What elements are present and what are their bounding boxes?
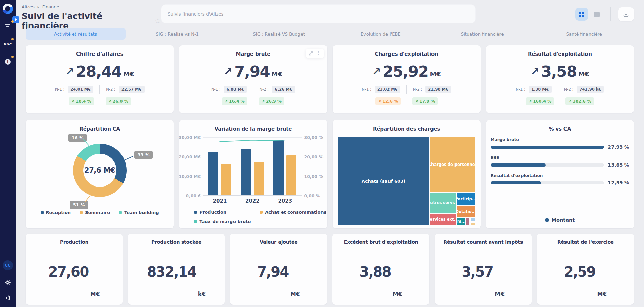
mini-card-resultat-exercice[interactable]: Résultat de l'exercice 2,59M€ <box>537 234 634 305</box>
single-view-button[interactable] <box>590 8 603 21</box>
tile-label: Charges de personnel <box>430 162 475 167</box>
fullscreen-icon[interactable] <box>308 51 313 56</box>
settings-button[interactable] <box>3 279 12 286</box>
pct-bar-track[interactable] <box>491 163 604 167</box>
treemap-tile[interactable] <box>471 218 475 222</box>
legend-item[interactable]: Taux de marge brute <box>194 219 251 224</box>
mini-unit: M€ <box>495 291 505 298</box>
user-avatar[interactable]: CC <box>3 260 13 270</box>
favorite-star-icon[interactable]: ☆ <box>155 17 161 25</box>
delta-badge-n1: ↗12,6 % <box>375 97 401 105</box>
axis-tick: 0,00 € <box>186 193 201 198</box>
axis-tick: 0,00 % <box>304 193 320 198</box>
bar-right-ticks: 30,00 %20,00 %10,00 %0,00 % <box>302 137 323 196</box>
pct-row: EBE13,65 % <box>491 155 629 168</box>
bar-xlabels: 202120222023 <box>203 198 301 204</box>
treemap-tile[interactable]: Particip... <box>457 193 475 206</box>
treemap-tile[interactable] <box>471 222 475 225</box>
trend-up-icon: ↗ <box>65 66 74 77</box>
legend-marker <box>545 218 549 222</box>
legend-item[interactable]: Reception <box>41 210 71 215</box>
delta-badge-n2: ↗26,0 % <box>106 97 131 105</box>
app-logo[interactable] <box>3 4 13 14</box>
card-title: Résultat courant avant impôts <box>435 239 532 245</box>
notification-dot <box>11 20 14 23</box>
treemap-tile[interactable]: Services ext... <box>430 214 456 225</box>
breadcrumb: Alizes ▸ Finance <box>22 4 161 9</box>
card-title: Production <box>26 239 123 245</box>
kpi-unit: M€ <box>123 70 134 78</box>
kpi-card-resultat-exploitation[interactable]: Résultat d'exploitation ↗ 3,58 M€ N-1 : … <box>486 45 634 113</box>
tab-sante-financiere[interactable]: Santé financière <box>534 28 634 40</box>
kpi-card-chiffre-affaires[interactable]: Chiffre d'affaires ↗ 28,44 M€ N-1 : 24,0… <box>26 45 174 113</box>
pct-bar-track[interactable] <box>491 181 604 184</box>
donut-area: 27,6 M€ 16 % 33 % 51 % <box>26 133 174 207</box>
mini-card-resultat-courant[interactable]: Résultat courant avant impôts 3,57M€ <box>435 234 532 305</box>
card-title: Production stockée <box>128 239 225 245</box>
mini-card-valeur-ajoutee[interactable]: Valeur ajoutée 7,94M€ <box>230 234 327 305</box>
grid-view-button[interactable] <box>575 8 588 21</box>
axis-tick: 20,00 % <box>304 154 323 159</box>
treemap-tile[interactable]: Charges de personnel <box>430 137 475 192</box>
download-button[interactable] <box>618 7 634 21</box>
treemap-tile[interactable] <box>465 217 470 225</box>
x-axis-label: 2021 <box>213 198 227 204</box>
legend-item[interactable]: Achat et consommations <box>260 210 326 215</box>
main-content: Alizes ▸ Finance Suivi de l'activité fin… <box>16 0 644 307</box>
gear-icon <box>5 280 11 285</box>
mini-card-production-stockee[interactable]: Production stockée 832,14k€ <box>128 234 225 305</box>
charts-row: Répartition CA 27,6 M€ 16 % 33 % 51 % Re… <box>26 120 634 228</box>
treemap-tile[interactable]: Im... <box>457 218 465 225</box>
legend-item[interactable]: Team building <box>119 210 159 215</box>
sidebar-filter-button[interactable] <box>3 23 12 30</box>
bar-legend: Production Achat et consommations Taux d… <box>194 210 327 224</box>
mini-card-production[interactable]: Production 27,60M€ <box>26 234 123 305</box>
mini-unit: M€ <box>597 291 607 298</box>
legend-item[interactable]: Séminaire <box>80 210 110 215</box>
x-axis-label: 2022 <box>245 198 260 204</box>
mini-card-ebe[interactable]: Excédent brut d'exploitation 3,88M€ <box>332 234 429 305</box>
mini-value: 3,88 <box>359 265 391 279</box>
chart-card-variation-marge-brute[interactable]: Variation de la marge brute 30,00 M€20,0… <box>179 120 327 228</box>
sidebar-abc-button[interactable]: abc <box>3 40 12 48</box>
chart-card-repartition-charges[interactable]: Répartition des charges Achats (sauf 603… <box>333 120 481 228</box>
mini-unit: M€ <box>90 291 100 298</box>
pct-bar-track[interactable] <box>491 146 604 149</box>
kpi-value: 7,94 <box>234 64 270 79</box>
n2-value-chip: 741,90 k€ <box>577 86 604 93</box>
card-title: Variation de la marge brute <box>179 126 327 132</box>
pct-legend: Montant <box>486 211 634 228</box>
sidebar-info-button[interactable]: i <box>3 58 12 65</box>
tab-activite-et-resultats[interactable]: Activité et résultats <box>26 28 126 40</box>
card-title: Répartition CA <box>26 126 174 132</box>
chart-card-repartition-ca[interactable]: Répartition CA 27,6 M€ 16 % 33 % 51 % Re… <box>26 120 174 228</box>
treemap-tile[interactable]: Autres servi... <box>430 193 456 213</box>
treemap-tile[interactable]: Achats (sauf 603) <box>338 137 429 225</box>
pct-row-label: Résultat d'exploitation <box>491 173 629 178</box>
treemap-tile[interactable]: Dotatio... <box>457 206 475 217</box>
legend-marker <box>80 211 83 214</box>
tab-evolution-ebe[interactable]: Evolution de l'EBE <box>331 28 431 40</box>
tile-label: Achats (sauf 603) <box>361 179 406 184</box>
tab-situation-financiere[interactable]: Situation financière <box>432 28 532 40</box>
breadcrumb-current[interactable]: Finance <box>42 4 59 9</box>
search-input[interactable] <box>161 4 476 23</box>
divider <box>558 85 558 94</box>
kpi-card-charges-exploitation[interactable]: Charges d'exploitation ↗ 25,92 M€ N-1 : … <box>333 45 481 113</box>
kpi-unit: M€ <box>578 70 589 78</box>
kpi-card-marge-brute[interactable]: ⋮ Marge brute ↗ 7,94 M€ N-1 : 6,83 M€ N-… <box>179 45 327 113</box>
bar-plot[interactable] <box>203 137 301 196</box>
mini-value: 832,14 <box>147 265 196 279</box>
kebab-menu-icon[interactable]: ⋮ <box>316 51 321 56</box>
pct-row-value: 13,65 % <box>607 162 629 168</box>
tab-sig-realise-vs-n1[interactable]: SIG : Réalisé vs N-1 <box>128 28 227 40</box>
chart-card-pct-vs-ca[interactable]: % vs CA Marge brute27,93 %EBE13,65 %Résu… <box>486 120 634 228</box>
legend-item[interactable]: Production <box>194 210 226 215</box>
tab-sig-realise-vs-budget[interactable]: SIG : Réalisé VS Budget <box>229 28 329 40</box>
n2-value-chip: 21,98 M€ <box>425 86 451 93</box>
logout-button[interactable] <box>3 294 12 302</box>
pct-bar-fill <box>491 146 604 149</box>
delta-badge-n2: ↗382,6 % <box>565 97 594 105</box>
header: Alizes ▸ Finance Suivi de l'activité fin… <box>26 0 634 28</box>
breadcrumb-root[interactable]: Alizes <box>22 4 35 9</box>
